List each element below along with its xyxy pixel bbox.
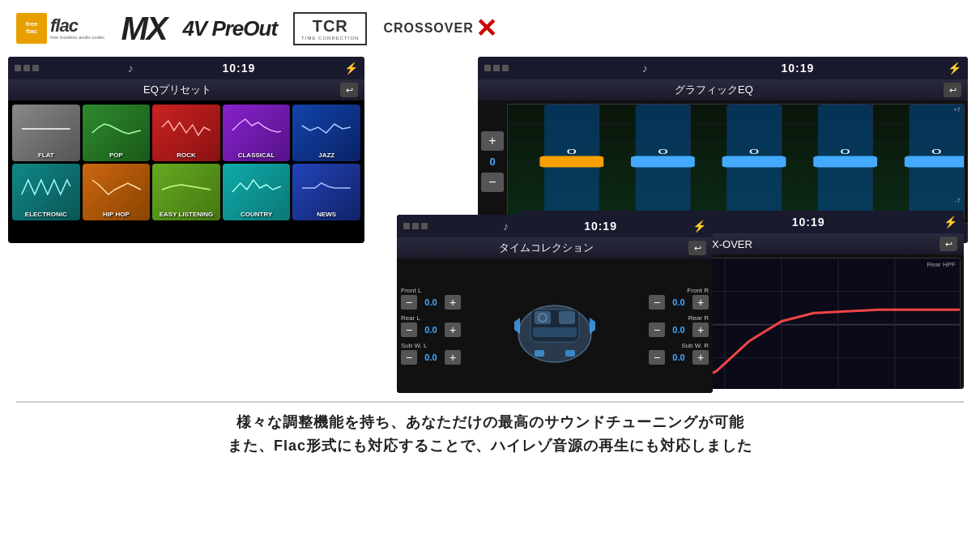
tc-subwr-label: Sub W. R [681, 342, 709, 349]
eq-content: FLAT POP ROCK [8, 100, 364, 243]
svg-rect-21 [905, 156, 964, 167]
geq-db-minus: -7 [955, 197, 961, 204]
geq-global-minus[interactable]: − [481, 173, 504, 192]
svg-text:flac: flac [26, 28, 37, 35]
car-diagram [510, 277, 599, 374]
svg-marker-33 [514, 318, 520, 334]
tc-rearl-label: Rear L [401, 314, 461, 322]
eq-preset-electronic[interactable]: ELECTRONIC [12, 164, 80, 220]
eq-topbar: ♪ 10:19 ⚡ [8, 57, 364, 79]
waveform-country [227, 172, 287, 204]
xover-time: 10:19 [792, 216, 825, 229]
waveform-easy [156, 172, 216, 204]
eq-preset-news-label: NEWS [292, 211, 360, 218]
tc-rearr-plus[interactable]: + [692, 322, 709, 337]
music-icon: ♪ [128, 62, 134, 75]
eq-preset-screen: ♪ 10:19 ⚡ EQプリセット ↩ FLAT [8, 57, 364, 243]
tc-rearl-minus[interactable]: − [401, 322, 417, 337]
tc-frontr-val: 0.0 [667, 297, 690, 307]
eq-preset-easy-label: EASY LISTENING [152, 211, 220, 218]
screens-container: ♪ 10:19 ⚡ EQプリセット ↩ FLAT [0, 53, 980, 401]
eq-preset-rock[interactable]: ROCK [152, 105, 220, 161]
svg-rect-36 [565, 350, 575, 357]
waveform-jazz [296, 113, 356, 145]
svg-text:0: 0 [840, 147, 850, 156]
geq-topbar: ♪ 10:19 ⚡ [478, 57, 968, 79]
geq-dots [484, 65, 509, 71]
tc-bt-icon: ⚡ [692, 220, 706, 233]
geq-db-plus: +7 [953, 106, 961, 113]
geq-back-button[interactable]: ↩ [944, 83, 961, 97]
svg-rect-15 [631, 156, 695, 167]
eq-preset-classical[interactable]: CLASSICAL [223, 105, 291, 161]
tc-rearl-val: 0.0 [420, 325, 442, 335]
waveform-hiphop [87, 172, 147, 204]
eq-presets-grid: FLAT POP ROCK [8, 100, 364, 224]
tc-frontr-label: Front R [687, 287, 709, 294]
tc-rearl-plus[interactable]: + [445, 322, 461, 337]
geq-global-val: 0 [489, 156, 495, 168]
svg-marker-34 [590, 318, 595, 334]
tc-rearl-row: Rear L − 0.0 + [401, 314, 461, 337]
eq-preset-flat[interactable]: FLAT [12, 105, 80, 161]
geq-title: グラフィックEQ [484, 83, 944, 97]
svg-rect-19 [813, 156, 877, 167]
tc-frontr-minus[interactable]: − [649, 295, 665, 310]
waveform-classical [227, 113, 287, 145]
eq-preset-country-label: COUNTRY [223, 211, 291, 218]
geq-global-plus[interactable]: + [481, 131, 504, 151]
waveform-flat [16, 113, 76, 145]
svg-text:free: free [26, 20, 38, 28]
eq-preset-jazz[interactable]: JAZZ [292, 105, 360, 161]
waveform-rock [156, 113, 216, 145]
tc-subwr-minus[interactable]: − [649, 350, 665, 365]
geq-bt-icon: ⚡ [948, 62, 961, 75]
tc-rearr-minus[interactable]: − [649, 322, 665, 337]
header-logos: free flac flac free lossless audio codec… [0, 0, 980, 57]
crossover-logo: CROSSOVER ✕ [383, 13, 496, 44]
flac-title: flac [50, 17, 104, 35]
bottom-line1: 様々な調整機能を持ち、あなただけの最高のサウンドチューニングが可能 [16, 411, 964, 434]
tc-frontr-plus[interactable]: + [692, 295, 709, 310]
bottom-text-area: 様々な調整機能を持ち、あなただけの最高のサウンドチューニングが可能 また、Fla… [0, 403, 980, 462]
eq-back-button[interactable]: ↩ [340, 83, 358, 97]
tc-subwl-plus[interactable]: + [445, 350, 461, 365]
eq-preset-news[interactable]: NEWS [292, 164, 360, 220]
bottom-line2: また、Flac形式にも対応することで、ハイレゾ音源の再生にも対応しました [16, 434, 964, 458]
eq-preset-pop[interactable]: POP [83, 105, 151, 161]
svg-text:0: 0 [567, 147, 577, 156]
svg-text:0: 0 [749, 147, 760, 156]
xover-back-button[interactable]: ↩ [940, 237, 957, 251]
eq-preset-hiphop[interactable]: HIP HOP [83, 164, 151, 220]
flac-icon: free flac [16, 13, 47, 44]
tc-frontl-label: Front L [401, 287, 461, 294]
crossover-text: CROSSOVER [383, 21, 473, 36]
tc-content: Front L − 0.0 + Rear L − 0.0 + [397, 258, 713, 393]
svg-rect-30 [559, 311, 575, 324]
tc-subwl-minus[interactable]: − [401, 350, 417, 365]
tc-rearr-label: Rear R [688, 314, 709, 322]
tc-time: 10:19 [584, 220, 617, 233]
eq-preset-country[interactable]: COUNTRY [223, 164, 291, 220]
tc-back-button[interactable]: ↩ [688, 241, 706, 255]
tc-subwr-plus[interactable]: + [692, 350, 709, 365]
svg-text:0: 0 [658, 147, 668, 156]
waveform-pop [87, 113, 147, 145]
eq-preset-hiphop-label: HIP HOP [83, 211, 151, 218]
eq-titlebar: EQプリセット ↩ [8, 79, 364, 100]
geq-time: 10:19 [781, 62, 814, 75]
tc-frontl-val: 0.0 [420, 297, 442, 307]
tc-frontl-minus[interactable]: − [401, 295, 417, 310]
tc-subwl-label: Sub W. L [401, 342, 461, 349]
tc-titlebar: タイムコレクション ↩ [397, 237, 713, 258]
tc-frontl-plus[interactable]: + [445, 295, 461, 310]
eq-preset-easy[interactable]: EASY LISTENING [152, 164, 220, 220]
bluetooth-icon: ⚡ [344, 62, 358, 75]
svg-rect-35 [535, 350, 544, 357]
waveform-electronic [16, 172, 76, 204]
eq-preset-jazz-label: JAZZ [292, 152, 360, 159]
tc-subwr-val: 0.0 [667, 352, 690, 362]
svg-rect-13 [539, 156, 603, 167]
eq-preset-flat-label: FLAT [12, 152, 80, 159]
time-correction-screen: ♪ 10:19 ⚡ タイムコレクション ↩ Front L − 0.0 + [397, 215, 713, 393]
